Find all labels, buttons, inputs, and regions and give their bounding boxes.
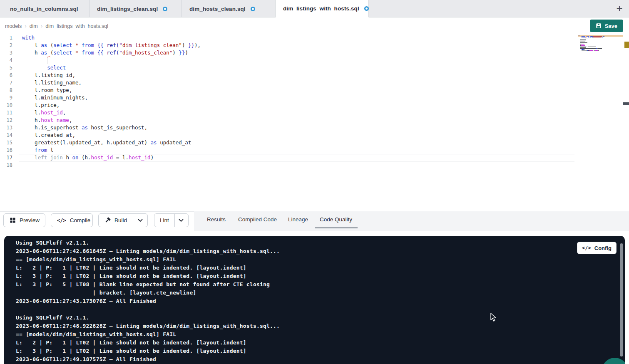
editor-tab[interactable]: no_nulls_in_columns.sql: [0, 0, 90, 17]
hammer-icon: [104, 217, 111, 223]
terminal-log: Using SQLFluff v2.1.1.2023-06-06T11:27:4…: [16, 239, 280, 364]
line-number: 14: [0, 131, 12, 139]
editor-tab[interactable]: dim_hosts_clean.sql: [182, 0, 276, 17]
tab-label: dim_hosts_clean.sql: [189, 6, 246, 12]
code-line[interactable]: l.price,: [22, 102, 60, 109]
overview-ruler-scroll-marker[interactable]: [623, 102, 629, 105]
mouse-cursor-icon: [490, 313, 497, 324]
code-line[interactable]: select: [22, 64, 66, 72]
minimap[interactable]: [578, 35, 623, 52]
terminal-log-line: == [models/dim/dim_listings_with_hosts.s…: [16, 255, 280, 264]
tab-label: dim_listings_with_hosts.sql: [283, 5, 359, 12]
save-button-label: Save: [605, 23, 617, 29]
lint-dropdown-button[interactable]: [174, 214, 187, 227]
config-button[interactable]: </> Config: [577, 242, 617, 254]
lint-button[interactable]: Lint: [154, 214, 174, 227]
results-tab-results[interactable]: Results: [207, 216, 226, 223]
editor-tab[interactable]: dim_listings_clean.sql: [90, 0, 182, 17]
code-line[interactable]: h as (select * from {{ ref("dim_hosts_cl…: [22, 49, 188, 57]
terminal-log-line: Using SQLFluff v2.1.1.: [16, 314, 280, 322]
unsaved-changes-dot-icon: [163, 7, 167, 11]
lint-split-button: Lint: [154, 213, 189, 227]
build-button[interactable]: Build: [99, 214, 133, 227]
tab-label: dim_listings_clean.sql: [97, 6, 158, 12]
code-line[interactable]: l.created_at,: [22, 131, 75, 139]
code-line[interactable]: l.listing_name,: [22, 79, 82, 87]
plus-icon: +: [616, 2, 622, 15]
preview-button[interactable]: Preview: [3, 213, 45, 227]
line-number: 13: [0, 124, 12, 131]
code-editor[interactable]: 1with2 l as (select * from {{ ref("dim_l…: [0, 34, 629, 211]
line-number: 11: [0, 109, 12, 116]
terminal-output-panel[interactable]: Using SQLFluff v2.1.1.2023-06-06T11:27:4…: [4, 236, 625, 364]
save-button[interactable]: Save: [590, 20, 623, 32]
breadcrumb-item[interactable]: models: [5, 23, 22, 29]
breadcrumb-item[interactable]: dim_listings_with_hosts.sql: [45, 23, 108, 29]
minimap-divider: [623, 35, 623, 210]
breadcrumb-item[interactable]: dim: [30, 23, 38, 29]
code-line[interactable]: with: [22, 34, 35, 42]
line-number: 18: [0, 161, 12, 169]
line-number: 8: [0, 87, 12, 94]
line-number: 12: [0, 116, 12, 124]
compile-button-label: Compile: [70, 217, 91, 223]
new-tab-button[interactable]: +: [612, 1, 627, 16]
line-number: 4: [0, 57, 12, 64]
code-line[interactable]: l as (select * from {{ ref("dim_listings…: [22, 42, 201, 49]
code-line[interactable]: greatest(l.updated_at, h.updated_at) as …: [22, 139, 191, 146]
compile-button[interactable]: </> Compile: [51, 213, 93, 227]
terminal-log-line: L: 3 | P: 5 | LT08 | Blank line expected…: [16, 280, 280, 289]
help-fab-button[interactable]: [602, 358, 625, 364]
line-number: 1: [0, 34, 12, 42]
preview-button-label: Preview: [20, 217, 40, 223]
terminal-log-line: L: 2 | P: 1 | LT02 | Line should not be …: [16, 339, 280, 347]
terminal-log-line: [16, 305, 280, 314]
editor-tab[interactable]: dim_listings_with_hosts.sql: [276, 0, 369, 17]
terminal-log-line: L: 3 | P: 1 | LT02 | Line should not be …: [16, 272, 280, 280]
line-number: 16: [0, 146, 12, 154]
code-line[interactable]: left join h on (h.host_id = l.host_id): [22, 154, 154, 161]
preview-grid-icon: [10, 217, 16, 223]
indent-guide: [47, 57, 48, 64]
build-button-label: Build: [114, 217, 127, 223]
line-number: 5: [0, 64, 12, 72]
tab-label: no_nulls_in_columns.sql: [10, 6, 78, 12]
results-tab-lineage[interactable]: Lineage: [288, 216, 308, 223]
code-line[interactable]: h.is_superhost as host_is_superhost,: [22, 124, 147, 131]
terminal-log-line: 2023-06-06T11:27:49.187575Z — All Finish…: [16, 355, 280, 364]
line-number: 17: [0, 154, 12, 161]
terminal-log-line: L: 2 | P: 1 | LT02 | Line should not be …: [16, 264, 280, 272]
code-line[interactable]: l.host_id,: [22, 109, 66, 116]
line-number: 10: [0, 102, 12, 109]
chevron-right-icon: ›: [25, 23, 26, 29]
line-number: 3: [0, 49, 12, 57]
line-number: 15: [0, 139, 12, 146]
terminal-log-line: L: 3 | P: 1 | LT02 | Line should not be …: [16, 347, 280, 355]
lint-button-label: Lint: [160, 217, 169, 223]
results-tab-compiled-code[interactable]: Compiled Code: [238, 216, 277, 223]
line-number: 2: [0, 42, 12, 49]
build-split-button: Build: [98, 213, 148, 227]
results-tab-code-quality[interactable]: Code Quality: [320, 216, 352, 223]
code-icon: </>: [57, 218, 66, 223]
code-line[interactable]: from l: [22, 146, 53, 154]
code-icon: </>: [582, 245, 591, 251]
tab-bar: no_nulls_in_columns.sqldim_listings_clea…: [0, 0, 629, 17]
config-button-label: Config: [594, 245, 612, 251]
breadcrumb: models›dim›dim_listings_with_hosts.sql: [5, 22, 108, 30]
build-dropdown-button[interactable]: [133, 214, 147, 227]
terminal-log-line: | bracket. [layout.cte_newline]: [16, 289, 280, 297]
terminal-scrollbar[interactable]: [620, 243, 623, 357]
code-line[interactable]: h.host_name,: [22, 116, 72, 124]
minimap-line: [578, 51, 623, 52]
chevron-down-icon: [179, 219, 184, 222]
code-line[interactable]: l.listing_id,: [22, 72, 75, 79]
terminal-log-line: 2023-06-06T11:27:48.922828Z — Linting mo…: [16, 322, 280, 330]
chevron-right-icon: ›: [41, 23, 42, 29]
code-line[interactable]: l.room_type,: [22, 87, 72, 94]
terminal-log-line: 2023-06-06T11:27:42.861845Z — Linting mo…: [16, 247, 280, 255]
unsaved-changes-dot-icon: [364, 6, 369, 11]
terminal-log-line: 2023-06-06T11:27:43.173076Z — All Finish…: [16, 297, 280, 305]
unsaved-changes-dot-icon: [251, 7, 255, 11]
code-line[interactable]: l.minimum_nights,: [22, 94, 88, 102]
